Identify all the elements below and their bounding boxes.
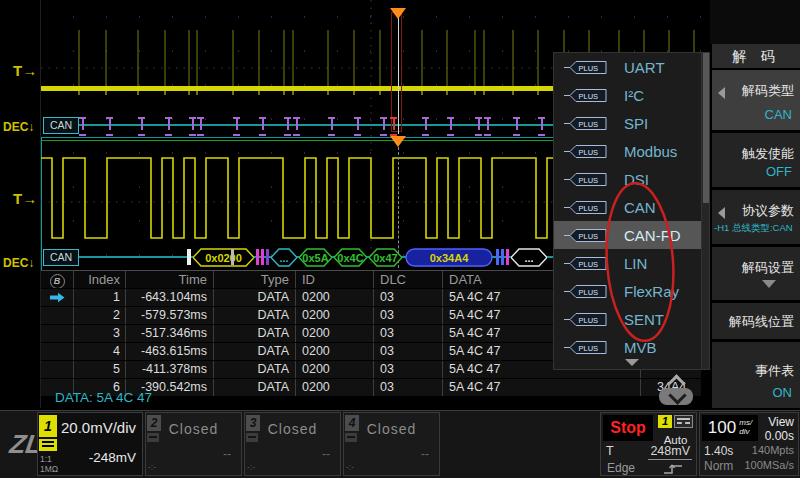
svg-text:...: ...: [524, 252, 533, 264]
acquisition-row-1: 1.40s 140Mpts: [704, 444, 794, 458]
decode-ack-mark-3: [506, 249, 509, 265]
menu-item-mvb[interactable]: PLUSMVB: [554, 333, 709, 361]
channel-3-panel[interactable]: 3Closed---:-: [244, 412, 341, 476]
menu-item-uart[interactable]: PLUSUART: [554, 53, 709, 81]
run-state-indicator[interactable]: Stop: [603, 415, 653, 441]
bus-label-main[interactable]: CAN: [43, 117, 79, 134]
zoom-window-position-icon[interactable]: [390, 136, 406, 147]
menu-item-label: I²C: [624, 87, 644, 104]
svg-text:PLUS: PLUS: [579, 91, 599, 100]
menu-item-modbus[interactable]: PLUSModbus: [554, 137, 709, 165]
trigger-source: 1 Auto: [656, 415, 695, 446]
svg-text:0x47: 0x47: [373, 252, 397, 264]
menu-item-i2c[interactable]: PLUSI²C: [554, 81, 709, 109]
trigger-level-value: 248mV: [648, 444, 692, 460]
svg-text:PLUS: PLUS: [579, 231, 599, 240]
panel-section-decode-line-position[interactable]: 解码线位置: [712, 303, 800, 339]
svg-text:PLUS: PLUS: [579, 259, 599, 268]
menu-more-below-icon[interactable]: [625, 359, 639, 366]
menu-item-label: DSI: [624, 171, 649, 188]
acquire-mode: Norm: [704, 459, 733, 473]
panel-top-spacer: [710, 0, 800, 44]
decode-position-marker-main[interactable]: DEC↓: [3, 120, 34, 134]
plus-tag-icon: PLUS: [564, 60, 608, 75]
menu-item-can[interactable]: PLUSCAN: [554, 193, 709, 221]
memory-depth: 140Mpts: [752, 444, 794, 456]
scroll-down-icon: [668, 386, 686, 404]
decode-type-menu: PLUSUARTPLUSI²CPLUSSPIPLUSModbusPLUSDSIP…: [553, 52, 710, 370]
window-time: 1.40s: [704, 444, 733, 458]
decode-id-field: 0x0200: [193, 248, 254, 271]
trigger-type-row: Edge: [607, 461, 686, 475]
decode-cursor-mark: [231, 249, 234, 265]
menu-item-sent[interactable]: PLUSSENT: [554, 305, 709, 333]
sample-rate: 100MSa/s: [744, 459, 794, 471]
svg-text:0x0200: 0x0200: [205, 252, 242, 264]
oscilloscope-screen: T→ DEC↓ T→ DEC↓ CAN CAN 0x0200...0x5A0x4…: [0, 0, 800, 478]
svg-text:PLUS: PLUS: [579, 203, 599, 212]
channel-1-panel[interactable]: 11:11MΩ20.0mV/div-248mV: [37, 412, 143, 476]
frame-marker: [233, 117, 240, 136]
decode-collapsed-field: ...: [271, 248, 297, 271]
decode-end-field: ...: [511, 248, 547, 271]
dc-coupling-icon: [39, 439, 57, 451]
table-header-type: Type: [214, 271, 296, 288]
decode-data-readout: DATA: 5A 4C 47: [41, 389, 701, 406]
menu-item-label: Modbus: [624, 143, 677, 160]
panel-section-event-table[interactable]: 事件表 ON: [712, 342, 800, 408]
frame-marker: [106, 117, 113, 136]
svg-text:PLUS: PLUS: [579, 63, 599, 72]
plus-tag-icon: PLUS: [564, 144, 608, 159]
decode-flag-mark-1: [256, 249, 259, 265]
menu-item-flexray[interactable]: PLUSFlexRay: [554, 277, 709, 305]
trigger-level-marker-main[interactable]: T→: [13, 62, 37, 79]
menu-item-can-fd[interactable]: PLUSCAN-FD: [554, 221, 709, 249]
decode-ack-mark-1: [496, 249, 499, 265]
frame-marker: [422, 117, 429, 136]
status-bar: ZLG® 11:11MΩ20.0mV/div-248mV2Closed---:-…: [0, 410, 800, 478]
trigger-position-icon[interactable]: [390, 8, 406, 19]
panel-section-decode-settings[interactable]: 解码设置: [712, 247, 800, 300]
menu-item-label: LIN: [624, 255, 647, 272]
frame-marker: [538, 117, 545, 136]
plus-tag-icon: PLUS: [564, 256, 608, 271]
panel-section-protocol-params[interactable]: 协议参数 -H1 总线类型:CAN: [712, 190, 800, 244]
menu-item-lin[interactable]: PLUSLIN: [554, 249, 709, 277]
plus-tag-icon: PLUS: [564, 88, 608, 103]
trigger-level-marker-zoom[interactable]: T→: [13, 190, 37, 207]
frame-marker: [284, 117, 291, 136]
decode-position-marker-zoom[interactable]: DEC↓: [3, 256, 34, 270]
timebase-block[interactable]: 100 ms/div View 0.00s 1.40s 140Mpts Norm…: [699, 412, 799, 476]
menu-item-label: UART: [624, 59, 665, 76]
menu-item-label: FlexRay: [624, 283, 679, 300]
dc-coupling-icon: [674, 415, 693, 428]
menu-item-spi[interactable]: PLUSSPI: [554, 109, 709, 137]
frame-marker: [380, 117, 387, 136]
panel-section-decode-type[interactable]: 解码类型 CAN: [712, 70, 800, 130]
left-arrow-icon: [718, 87, 725, 99]
table-scroll-control[interactable]: [657, 372, 695, 406]
channel-number-badge: 1: [39, 415, 57, 437]
frame-marker: [189, 117, 196, 136]
plus-tag-icon: PLUS: [564, 116, 608, 131]
channel-4-panel[interactable]: 4Closed---:-: [343, 412, 440, 476]
svg-text:PLUS: PLUS: [579, 287, 599, 296]
bus-type-icon: B: [50, 274, 65, 288]
channel-2-panel[interactable]: 2Closed---:-: [145, 412, 242, 476]
trigger-status-block[interactable]: Stop 1 Auto T 248mV Edge: [600, 412, 697, 476]
channel-state-label: Closed: [146, 421, 241, 437]
plus-tag-icon: PLUS: [564, 228, 608, 243]
decode-data-byte-3: 0x47: [369, 248, 402, 271]
menu-item-dsi[interactable]: PLUSDSI: [554, 165, 709, 193]
probe-ratio: 1:1: [40, 454, 52, 464]
scroll-down-button[interactable]: [659, 388, 693, 405]
menu-scrollbar-thumb[interactable]: [703, 53, 709, 203]
chevron-down-icon: [762, 280, 776, 288]
panel-section-trigger-enable[interactable]: 触发使能 OFF: [712, 133, 800, 187]
channel-state-label: Closed: [344, 421, 439, 437]
frame-marker: [165, 117, 172, 136]
vertical-scale: 20.0mV/div: [61, 419, 136, 436]
svg-text:0x34A4: 0x34A4: [430, 252, 469, 264]
plus-tag-icon: PLUS: [564, 312, 608, 327]
menu-scrollbar[interactable]: [701, 53, 709, 369]
